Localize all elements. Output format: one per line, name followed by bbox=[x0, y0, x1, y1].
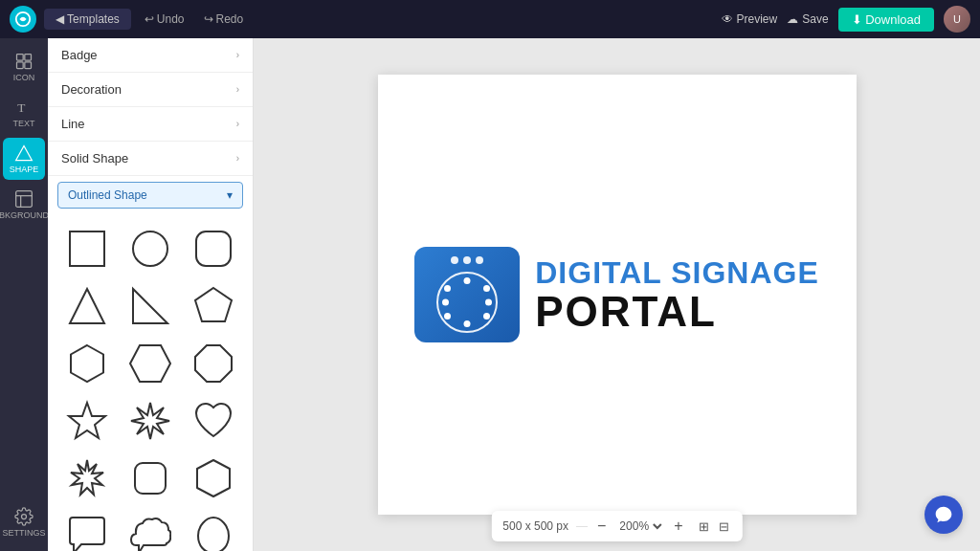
svg-marker-18 bbox=[130, 345, 170, 382]
save-button[interactable]: ☁ Save bbox=[787, 12, 828, 26]
bottom-status-bar: 500 x 500 px — − 200% 150% 100% 75% 50% … bbox=[491, 511, 742, 541]
shape-star5[interactable] bbox=[59, 396, 115, 446]
shape-rounded-rect[interactable] bbox=[186, 224, 241, 274]
solid-shape-chevron-icon: › bbox=[236, 153, 239, 164]
outlined-shape-dropdown-icon: ▾ bbox=[227, 188, 233, 202]
badge-section-header[interactable]: Badge › bbox=[48, 38, 253, 73]
svg-rect-13 bbox=[196, 231, 231, 266]
shape-speech-bubble[interactable] bbox=[59, 511, 115, 551]
redo-button[interactable]: ↪ Redo bbox=[198, 9, 250, 30]
svg-marker-14 bbox=[70, 289, 104, 323]
canvas-area: DIGITAL SIGNAGE PORTAL 500 x 500 px — − … bbox=[254, 38, 980, 551]
templates-button[interactable]: ◀ Templates bbox=[44, 9, 131, 30]
sidebar-item-settings[interactable]: SETTINGS bbox=[3, 501, 45, 543]
shape-hexagon-pointy[interactable] bbox=[122, 339, 178, 388]
shape-rounded-square[interactable] bbox=[122, 453, 178, 503]
canvas-size-label: 500 x 500 px bbox=[502, 519, 568, 533]
left-sidebar: ICON T TEXT SHAPE BKGROUND bbox=[0, 38, 48, 551]
svg-rect-2 bbox=[25, 55, 32, 61]
align-button[interactable]: ⊟ bbox=[717, 518, 731, 536]
svg-rect-3 bbox=[17, 62, 24, 69]
solid-shape-section-header[interactable]: Solid Shape › bbox=[48, 142, 253, 176]
divider-1: — bbox=[576, 519, 588, 533]
svg-rect-7 bbox=[16, 191, 33, 208]
logo-circle bbox=[436, 272, 498, 333]
chat-bubble-button[interactable] bbox=[924, 496, 963, 534]
logo-dot-1 bbox=[451, 256, 458, 264]
grid-view-button[interactable]: ⊞ bbox=[697, 518, 711, 536]
user-avatar[interactable]: U bbox=[944, 6, 970, 33]
shapes-panel: Badge › Decoration › Line › Solid Shape … bbox=[48, 38, 254, 551]
zoom-select[interactable]: 200% 150% 100% 75% 50% bbox=[615, 518, 664, 534]
shape-hexagon-irregular[interactable] bbox=[186, 453, 241, 503]
outlined-shape-dropdown[interactable]: Outlined Shape ▾ bbox=[57, 182, 243, 209]
sidebar-item-icon[interactable]: ICON bbox=[3, 46, 45, 88]
shape-pentagon[interactable] bbox=[186, 281, 241, 331]
shape-circle[interactable] bbox=[122, 224, 178, 274]
svg-marker-6 bbox=[16, 146, 33, 161]
logo-icon-box bbox=[414, 247, 520, 342]
logo-bottom-text: PORTAL bbox=[535, 291, 819, 333]
shape-star8[interactable] bbox=[122, 396, 178, 446]
zoom-out-button[interactable]: − bbox=[595, 516, 608, 537]
logo-dot-3 bbox=[476, 256, 483, 264]
svg-marker-20 bbox=[69, 403, 105, 438]
topbar: ◀ Templates ↩ Undo ↪ Redo 👁 Preview ☁ Sa… bbox=[0, 0, 980, 38]
sidebar-item-shape[interactable]: SHAPE bbox=[3, 138, 45, 180]
svg-marker-16 bbox=[195, 288, 232, 321]
svg-marker-19 bbox=[195, 345, 232, 382]
app-logo[interactable] bbox=[10, 6, 36, 33]
svg-marker-22 bbox=[197, 460, 230, 496]
svg-rect-21 bbox=[135, 463, 166, 494]
line-chevron-icon: › bbox=[236, 119, 239, 129]
shape-hexagon-flat[interactable] bbox=[59, 339, 115, 388]
shape-cloud-bubble[interactable] bbox=[122, 511, 178, 551]
preview-button[interactable]: 👁 Preview bbox=[722, 12, 778, 26]
badge-chevron-icon: › bbox=[236, 50, 239, 60]
shape-heart[interactable] bbox=[186, 396, 241, 446]
shape-right-triangle[interactable] bbox=[122, 281, 178, 331]
svg-marker-17 bbox=[71, 345, 103, 382]
cloud-icon: ☁ bbox=[787, 12, 798, 26]
svg-marker-15 bbox=[133, 289, 167, 323]
sidebar-item-background[interactable]: BKGROUND bbox=[3, 184, 45, 226]
shapes-grid bbox=[48, 214, 253, 551]
svg-rect-1 bbox=[17, 55, 24, 61]
decoration-chevron-icon: › bbox=[236, 84, 239, 95]
shape-octagon[interactable] bbox=[186, 339, 241, 388]
eye-icon: 👁 bbox=[722, 12, 733, 26]
svg-text:T: T bbox=[17, 100, 25, 115]
svg-rect-11 bbox=[70, 231, 104, 266]
svg-rect-4 bbox=[25, 62, 32, 69]
logo-text: DIGITAL SIGNAGE PORTAL bbox=[535, 256, 819, 332]
logo-top-text: DIGITAL SIGNAGE bbox=[535, 256, 819, 290]
line-section-header[interactable]: Line › bbox=[48, 107, 253, 142]
undo-button[interactable]: ↩ Undo bbox=[139, 9, 190, 30]
logo-graphic: DIGITAL SIGNAGE PORTAL bbox=[414, 247, 819, 342]
shape-square[interactable] bbox=[59, 224, 115, 274]
sidebar-item-text[interactable]: T TEXT bbox=[3, 92, 45, 134]
download-button[interactable]: ⬇ Download bbox=[838, 8, 934, 32]
shape-starburst[interactable] bbox=[59, 453, 115, 503]
decoration-section-header[interactable]: Decoration › bbox=[48, 73, 253, 107]
canvas-workspace[interactable]: DIGITAL SIGNAGE PORTAL bbox=[378, 75, 857, 515]
bottom-icons: ⊞ ⊟ bbox=[697, 518, 731, 536]
undo-icon: ↩ bbox=[145, 12, 154, 26]
logo-top-dots bbox=[451, 256, 483, 264]
shape-teardrop[interactable] bbox=[186, 511, 241, 551]
topbar-right: 👁 Preview ☁ Save ⬇ Download U bbox=[722, 6, 970, 33]
redo-icon: ↪ bbox=[204, 12, 213, 26]
zoom-in-button[interactable]: + bbox=[672, 516, 684, 537]
shape-triangle[interactable] bbox=[59, 281, 115, 331]
svg-point-12 bbox=[133, 231, 167, 266]
svg-point-10 bbox=[22, 515, 27, 519]
logo-dot-2 bbox=[463, 256, 471, 264]
main-layout: ICON T TEXT SHAPE BKGROUND bbox=[0, 38, 980, 551]
